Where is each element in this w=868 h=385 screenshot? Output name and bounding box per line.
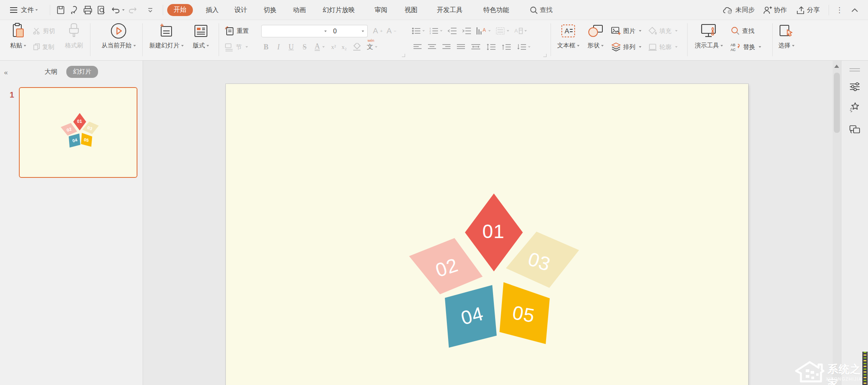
replace-button[interactable]: ABAC 替换	[731, 41, 761, 53]
scroll-up-arrow-icon[interactable]	[834, 65, 839, 68]
textbox-button[interactable]: A 文本框	[555, 22, 582, 59]
file-menu[interactable]: 文件	[21, 0, 38, 20]
save-icon[interactable]	[56, 0, 66, 20]
space-after-paragraph-button[interactable]	[517, 43, 530, 51]
layout-button[interactable]: 版式	[188, 22, 214, 59]
shape-button[interactable]: 形状	[583, 22, 608, 59]
more-menu-icon[interactable]: ⋮	[836, 0, 843, 20]
find-button[interactable]: 查找	[731, 25, 754, 37]
font-name-select[interactable]	[261, 25, 330, 37]
tab-outline[interactable]: 大纲	[45, 68, 57, 76]
editing-canvas[interactable]: 01 02 03 04 05	[143, 61, 833, 385]
fill-button[interactable]: 填充	[648, 25, 678, 37]
print-icon[interactable]	[83, 0, 93, 20]
arrange-button[interactable]: 排列	[611, 41, 641, 53]
group-expand-mark[interactable]	[402, 54, 405, 57]
scrollbar-thumb[interactable]	[834, 73, 840, 133]
tab-view[interactable]: 视图	[405, 0, 418, 20]
increase-font-button[interactable]: A+	[373, 25, 383, 37]
clear-format-icon[interactable]	[352, 43, 361, 51]
decrease-font-button[interactable]: A−	[387, 25, 396, 37]
tab-insert[interactable]: 插入	[206, 0, 219, 20]
paste-icon	[11, 22, 25, 40]
section-button[interactable]: 节	[224, 41, 248, 53]
group-expand-mark[interactable]	[543, 54, 547, 57]
divider	[163, 5, 163, 15]
bullet-list-button[interactable]	[412, 27, 425, 35]
align-left-button[interactable]	[413, 44, 422, 50]
share-button[interactable]: 分享	[796, 0, 820, 20]
play-from-current-button[interactable]: 从当前开始	[95, 22, 142, 59]
space-before-paragraph-button[interactable]	[502, 43, 511, 51]
slide-thumbnail[interactable]: 01 02 03 04 05	[19, 87, 137, 178]
sidebar-handle-icon[interactable]	[849, 64, 861, 76]
superscript-button[interactable]: x²	[331, 44, 336, 51]
object-properties-icon[interactable]	[849, 81, 861, 93]
collaborate-button[interactable]: 协作	[763, 0, 787, 20]
vertical-align-button[interactable]: A	[514, 27, 527, 35]
justify-button[interactable]	[457, 44, 465, 50]
animation-pane-icon[interactable]	[849, 101, 861, 113]
italic-button[interactable]: I	[277, 43, 280, 51]
cut-button[interactable]: 剪切	[33, 25, 55, 37]
line-spacing-button[interactable]	[486, 43, 496, 51]
presentation-tools-button[interactable]: 演示工具	[690, 22, 728, 59]
tab-transition[interactable]: 切换	[264, 0, 276, 20]
slide-1[interactable]: 01 02 03 04 05	[226, 84, 748, 385]
shape-icon	[587, 22, 604, 40]
copy-button[interactable]: 复制	[33, 41, 54, 53]
ribbon-toolbar: 粘贴 剪切 复制 格式刷 从当前开始 新建幻灯片 版式	[0, 20, 868, 61]
paste-button[interactable]: 粘贴	[6, 22, 31, 59]
font-name-caret-icon	[324, 31, 327, 32]
underline-button[interactable]: U	[289, 43, 294, 51]
picture-button[interactable]: 图片	[611, 25, 641, 37]
select-label: 选择	[778, 42, 790, 49]
vertical-scrollbar[interactable]	[833, 61, 841, 385]
new-slide-button[interactable]: 新建幻灯片	[146, 22, 186, 59]
increase-indent-button[interactable]	[462, 27, 471, 35]
hamburger-menu-icon[interactable]	[10, 0, 18, 20]
tab-review[interactable]: 审阅	[375, 0, 387, 20]
numbered-list-button[interactable]: 123	[430, 27, 442, 35]
font-size-select[interactable]: 0	[330, 25, 368, 37]
decrease-indent-button[interactable]	[447, 27, 457, 35]
align-center-button[interactable]	[428, 44, 436, 50]
find-label: 查找	[742, 27, 754, 35]
subscript-button[interactable]: x₂	[342, 44, 347, 51]
tab-features[interactable]: 特色功能	[483, 0, 509, 20]
undo-button[interactable]	[111, 0, 125, 20]
outline-shape-button[interactable]: 轮廓	[648, 41, 678, 53]
reset-button[interactable]: 重置	[224, 25, 249, 37]
columns-button[interactable]	[495, 27, 509, 35]
select-button[interactable]: 选择	[775, 22, 798, 59]
tab-devtools[interactable]: 开发工具	[437, 0, 463, 20]
customize-quickbar-icon[interactable]	[147, 0, 154, 20]
share-label: 分享	[807, 6, 820, 14]
print-preview-icon[interactable]	[96, 0, 106, 20]
menubar-find[interactable]: 查找	[530, 0, 553, 20]
text-direction-button[interactable]: A	[476, 27, 491, 35]
replace-icon: ABAC	[731, 43, 741, 51]
collapse-ribbon-icon[interactable]	[851, 0, 858, 20]
slides-panel: « 大纲 幻灯片 1 01 02 03 04 05	[0, 61, 143, 385]
tab-home[interactable]: 开始	[167, 0, 193, 20]
align-right-button[interactable]	[442, 44, 451, 50]
sync-status[interactable]: 未同步	[723, 0, 755, 20]
tab-home-label: 开始	[167, 4, 193, 16]
tab-design[interactable]: 设计	[234, 0, 247, 20]
divider	[142, 23, 143, 56]
slide-transition-icon[interactable]	[849, 123, 861, 135]
distribute-text-button[interactable]	[471, 44, 481, 50]
font-color-button[interactable]: A	[315, 43, 320, 51]
tab-slides[interactable]: 幻灯片	[66, 66, 98, 78]
bold-button[interactable]: B	[264, 43, 268, 51]
tab-animation[interactable]: 动画	[293, 0, 306, 20]
tab-slideshow[interactable]: 幻灯片放映	[323, 0, 355, 20]
slide-number: 1	[10, 90, 14, 100]
phonetic-guide-button[interactable]: 文wén	[367, 43, 373, 51]
strikethrough-button[interactable]: S	[303, 43, 307, 51]
svg-text:A: A	[514, 28, 518, 34]
format-painter-button[interactable]: 格式刷	[61, 22, 87, 59]
redo-button[interactable]	[128, 0, 137, 20]
output-icon[interactable]	[70, 0, 79, 20]
